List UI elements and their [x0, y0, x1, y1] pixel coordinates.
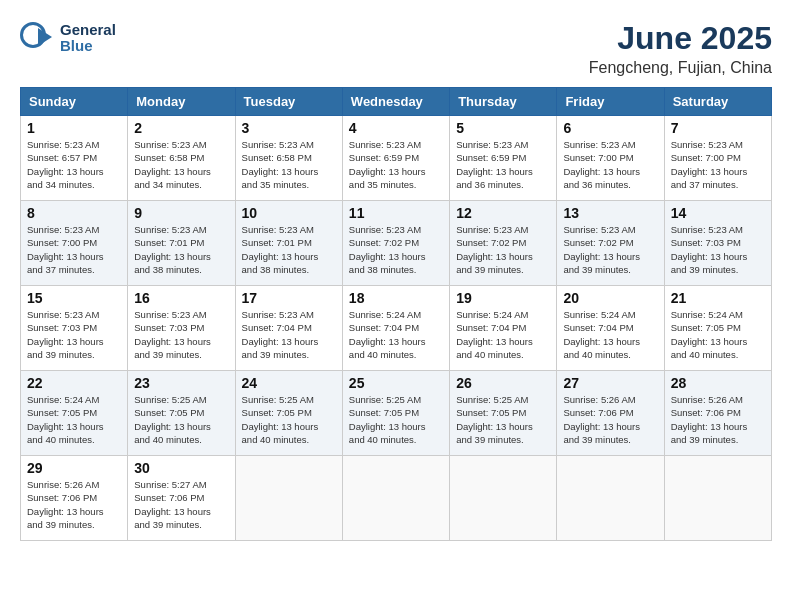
day-number: 9: [134, 205, 228, 221]
day-cell: 24Sunrise: 5:25 AMSunset: 7:05 PMDayligh…: [235, 371, 342, 456]
calendar-title: June 2025: [589, 20, 772, 57]
day-cell: 4Sunrise: 5:23 AMSunset: 6:59 PMDaylight…: [342, 116, 449, 201]
day-number: 7: [671, 120, 765, 136]
week-row-2: 8Sunrise: 5:23 AMSunset: 7:00 PMDaylight…: [21, 201, 772, 286]
day-number: 20: [563, 290, 657, 306]
day-info: Sunrise: 5:24 AMSunset: 7:05 PMDaylight:…: [27, 393, 121, 446]
logo-blue: Blue: [60, 38, 116, 55]
day-info: Sunrise: 5:23 AMSunset: 7:02 PMDaylight:…: [563, 223, 657, 276]
day-number: 13: [563, 205, 657, 221]
day-cell: 27Sunrise: 5:26 AMSunset: 7:06 PMDayligh…: [557, 371, 664, 456]
day-info: Sunrise: 5:24 AMSunset: 7:04 PMDaylight:…: [563, 308, 657, 361]
day-cell: 26Sunrise: 5:25 AMSunset: 7:05 PMDayligh…: [450, 371, 557, 456]
day-number: 6: [563, 120, 657, 136]
calendar-subtitle: Fengcheng, Fujian, China: [589, 59, 772, 77]
day-cell: 20Sunrise: 5:24 AMSunset: 7:04 PMDayligh…: [557, 286, 664, 371]
day-cell: 9Sunrise: 5:23 AMSunset: 7:01 PMDaylight…: [128, 201, 235, 286]
day-cell: 29Sunrise: 5:26 AMSunset: 7:06 PMDayligh…: [21, 456, 128, 541]
calendar-container: General Blue June 2025 Fengcheng, Fujian…: [20, 20, 772, 541]
day-number: 2: [134, 120, 228, 136]
day-number: 23: [134, 375, 228, 391]
header: General Blue June 2025 Fengcheng, Fujian…: [20, 20, 772, 77]
day-number: 5: [456, 120, 550, 136]
day-info: Sunrise: 5:23 AMSunset: 7:00 PMDaylight:…: [671, 138, 765, 191]
day-cell: [557, 456, 664, 541]
header-cell-thursday: Thursday: [450, 88, 557, 116]
day-number: 22: [27, 375, 121, 391]
day-info: Sunrise: 5:23 AMSunset: 7:01 PMDaylight:…: [242, 223, 336, 276]
day-cell: 12Sunrise: 5:23 AMSunset: 7:02 PMDayligh…: [450, 201, 557, 286]
header-cell-saturday: Saturday: [664, 88, 771, 116]
day-info: Sunrise: 5:23 AMSunset: 7:00 PMDaylight:…: [563, 138, 657, 191]
day-number: 10: [242, 205, 336, 221]
day-info: Sunrise: 5:23 AMSunset: 6:59 PMDaylight:…: [349, 138, 443, 191]
day-info: Sunrise: 5:25 AMSunset: 7:05 PMDaylight:…: [349, 393, 443, 446]
day-number: 18: [349, 290, 443, 306]
day-number: 27: [563, 375, 657, 391]
day-info: Sunrise: 5:23 AMSunset: 6:59 PMDaylight:…: [456, 138, 550, 191]
day-info: Sunrise: 5:23 AMSunset: 7:03 PMDaylight:…: [134, 308, 228, 361]
day-number: 16: [134, 290, 228, 306]
calendar-table: SundayMondayTuesdayWednesdayThursdayFrid…: [20, 87, 772, 541]
day-cell: [235, 456, 342, 541]
day-number: 26: [456, 375, 550, 391]
day-info: Sunrise: 5:23 AMSunset: 6:58 PMDaylight:…: [242, 138, 336, 191]
week-row-1: 1Sunrise: 5:23 AMSunset: 6:57 PMDaylight…: [21, 116, 772, 201]
day-cell: 1Sunrise: 5:23 AMSunset: 6:57 PMDaylight…: [21, 116, 128, 201]
day-cell: 7Sunrise: 5:23 AMSunset: 7:00 PMDaylight…: [664, 116, 771, 201]
day-info: Sunrise: 5:23 AMSunset: 7:00 PMDaylight:…: [27, 223, 121, 276]
title-section: June 2025 Fengcheng, Fujian, China: [589, 20, 772, 77]
day-number: 14: [671, 205, 765, 221]
day-number: 12: [456, 205, 550, 221]
day-cell: [664, 456, 771, 541]
week-row-3: 15Sunrise: 5:23 AMSunset: 7:03 PMDayligh…: [21, 286, 772, 371]
day-info: Sunrise: 5:23 AMSunset: 7:03 PMDaylight:…: [27, 308, 121, 361]
day-info: Sunrise: 5:23 AMSunset: 7:02 PMDaylight:…: [349, 223, 443, 276]
day-cell: 8Sunrise: 5:23 AMSunset: 7:00 PMDaylight…: [21, 201, 128, 286]
week-row-5: 29Sunrise: 5:26 AMSunset: 7:06 PMDayligh…: [21, 456, 772, 541]
day-info: Sunrise: 5:23 AMSunset: 6:58 PMDaylight:…: [134, 138, 228, 191]
day-info: Sunrise: 5:24 AMSunset: 7:04 PMDaylight:…: [456, 308, 550, 361]
day-cell: 11Sunrise: 5:23 AMSunset: 7:02 PMDayligh…: [342, 201, 449, 286]
day-info: Sunrise: 5:25 AMSunset: 7:05 PMDaylight:…: [456, 393, 550, 446]
day-cell: 19Sunrise: 5:24 AMSunset: 7:04 PMDayligh…: [450, 286, 557, 371]
day-cell: 16Sunrise: 5:23 AMSunset: 7:03 PMDayligh…: [128, 286, 235, 371]
day-cell: 18Sunrise: 5:24 AMSunset: 7:04 PMDayligh…: [342, 286, 449, 371]
day-cell: 21Sunrise: 5:24 AMSunset: 7:05 PMDayligh…: [664, 286, 771, 371]
day-number: 8: [27, 205, 121, 221]
day-info: Sunrise: 5:23 AMSunset: 7:03 PMDaylight:…: [671, 223, 765, 276]
day-info: Sunrise: 5:26 AMSunset: 7:06 PMDaylight:…: [27, 478, 121, 531]
day-info: Sunrise: 5:23 AMSunset: 7:02 PMDaylight:…: [456, 223, 550, 276]
day-cell: 23Sunrise: 5:25 AMSunset: 7:05 PMDayligh…: [128, 371, 235, 456]
header-cell-tuesday: Tuesday: [235, 88, 342, 116]
day-number: 4: [349, 120, 443, 136]
day-number: 3: [242, 120, 336, 136]
day-number: 17: [242, 290, 336, 306]
day-cell: 3Sunrise: 5:23 AMSunset: 6:58 PMDaylight…: [235, 116, 342, 201]
day-cell: 17Sunrise: 5:23 AMSunset: 7:04 PMDayligh…: [235, 286, 342, 371]
day-info: Sunrise: 5:23 AMSunset: 7:01 PMDaylight:…: [134, 223, 228, 276]
day-number: 28: [671, 375, 765, 391]
day-info: Sunrise: 5:24 AMSunset: 7:05 PMDaylight:…: [671, 308, 765, 361]
day-info: Sunrise: 5:25 AMSunset: 7:05 PMDaylight:…: [242, 393, 336, 446]
day-number: 15: [27, 290, 121, 306]
day-number: 19: [456, 290, 550, 306]
header-cell-wednesday: Wednesday: [342, 88, 449, 116]
day-cell: 14Sunrise: 5:23 AMSunset: 7:03 PMDayligh…: [664, 201, 771, 286]
day-info: Sunrise: 5:24 AMSunset: 7:04 PMDaylight:…: [349, 308, 443, 361]
logo-general: General: [60, 22, 116, 39]
day-cell: 10Sunrise: 5:23 AMSunset: 7:01 PMDayligh…: [235, 201, 342, 286]
day-cell: 30Sunrise: 5:27 AMSunset: 7:06 PMDayligh…: [128, 456, 235, 541]
day-info: Sunrise: 5:26 AMSunset: 7:06 PMDaylight:…: [671, 393, 765, 446]
day-info: Sunrise: 5:23 AMSunset: 7:04 PMDaylight:…: [242, 308, 336, 361]
day-cell: [342, 456, 449, 541]
header-row: SundayMondayTuesdayWednesdayThursdayFrid…: [21, 88, 772, 116]
day-cell: 22Sunrise: 5:24 AMSunset: 7:05 PMDayligh…: [21, 371, 128, 456]
day-number: 1: [27, 120, 121, 136]
day-cell: 25Sunrise: 5:25 AMSunset: 7:05 PMDayligh…: [342, 371, 449, 456]
header-cell-sunday: Sunday: [21, 88, 128, 116]
day-cell: 15Sunrise: 5:23 AMSunset: 7:03 PMDayligh…: [21, 286, 128, 371]
day-cell: 5Sunrise: 5:23 AMSunset: 6:59 PMDaylight…: [450, 116, 557, 201]
day-info: Sunrise: 5:26 AMSunset: 7:06 PMDaylight:…: [563, 393, 657, 446]
day-number: 30: [134, 460, 228, 476]
